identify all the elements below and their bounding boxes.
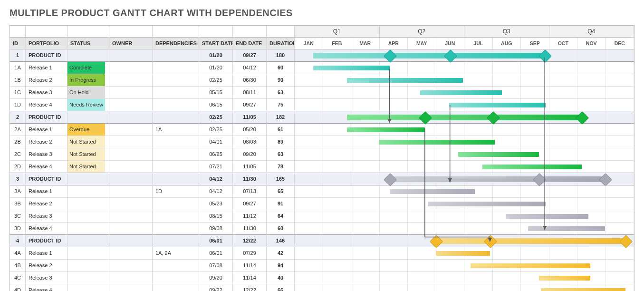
timeline-row (295, 198, 634, 210)
cell-status (67, 247, 109, 260)
cell-duration: 42 (267, 247, 294, 260)
col-portfolio: PORTFOLIO PRODUCT IDRelease 1Release 2Re… (26, 26, 67, 291)
cell-status (67, 235, 109, 247)
status-pill: Needs Review (67, 99, 105, 111)
cell-duration: 94 (267, 260, 294, 272)
cell-end: 06/30 (233, 74, 266, 87)
cell-end: 09/27 (233, 99, 266, 111)
cell-start: 06/15 (199, 99, 232, 111)
cell-duration: 75 (267, 99, 294, 111)
cell-status (67, 260, 109, 272)
gantt-bar (313, 53, 546, 58)
cell-dependencies (153, 99, 199, 111)
gantt-bar (347, 115, 582, 120)
cell-id: 4B (10, 260, 25, 272)
cell-end: 09/27 (233, 198, 266, 210)
month-header: JANFEBMARAPRMAYJUNJULAUGSEPOCTNOVDEC (295, 38, 634, 49)
cell-owner (109, 161, 152, 173)
cell-owner (109, 62, 152, 74)
cell-owner (109, 210, 152, 223)
cell-portfolio: Release 1 (26, 185, 67, 198)
timeline-row (295, 284, 634, 291)
cell-end: 08/11 (233, 87, 266, 99)
cell-owner (109, 136, 152, 148)
status-pill: In Progress (67, 74, 105, 86)
cell-duration: 60 (267, 223, 294, 235)
cell-start: 05/23 (199, 198, 232, 210)
cell-duration: 146 (267, 235, 294, 247)
timeline-row (295, 185, 634, 198)
hdr-end: END DATE (233, 38, 266, 49)
cell-duration: 60 (267, 62, 294, 74)
timeline-row (295, 124, 634, 136)
hdr-portfolio: PORTFOLIO (26, 38, 67, 49)
timeline-row (295, 49, 634, 62)
cell-end: 04/12 (233, 62, 266, 74)
milestone-diamond-icon (430, 234, 443, 248)
timeline-row (295, 210, 634, 223)
cell-end: 11/12 (233, 210, 266, 223)
cell-end: 05/20 (233, 124, 266, 136)
cell-portfolio: Release 3 (26, 272, 67, 284)
cell-owner (109, 235, 152, 247)
month-cell: MAR (351, 38, 380, 49)
cell-status: Needs Review (67, 99, 109, 111)
cell-id: 1D (10, 99, 25, 111)
gantt-table: ID 11A1B1C1D22A2B2C2D33A3B3C3D44A4B4C4D … (10, 25, 634, 291)
cell-start: 01/20 (199, 62, 232, 74)
cell-portfolio: Release 4 (26, 161, 67, 173)
status-pill: Not Started (67, 161, 105, 173)
cell-status (67, 223, 109, 235)
timeline-row (295, 62, 634, 74)
cell-portfolio: Release 2 (26, 74, 67, 87)
milestone-diamond-icon (533, 173, 546, 186)
cell-id: 3A (10, 185, 25, 198)
cell-id: 2D (10, 161, 25, 173)
hdr-duration: DURATION (267, 38, 294, 49)
cell-id: 3D (10, 223, 25, 235)
timeline-row (295, 173, 634, 185)
hdr-status: STATUS (67, 38, 109, 49)
cell-duration: 40 (267, 272, 294, 284)
quarter-cell: Q2 (380, 26, 465, 37)
cell-portfolio: Release 2 (26, 198, 67, 210)
gantt-bar (449, 103, 546, 107)
cell-end: 11/05 (233, 161, 266, 173)
month-cell: NOV (577, 38, 606, 49)
milestone-diamond-icon (576, 111, 589, 124)
cell-owner (109, 124, 152, 136)
milestone-diamond-icon (619, 234, 633, 248)
milestone-diamond-icon (599, 173, 612, 186)
cell-portfolio: PRODUCT ID (26, 111, 67, 124)
col-start: START DATE 01/2001/2002/2505/1506/1502/2… (199, 26, 233, 291)
cell-owner (109, 49, 152, 62)
cell-start: 06/01 (199, 235, 232, 247)
timeline-row (295, 136, 634, 148)
month-cell: JUN (436, 38, 465, 49)
cell-dependencies (153, 284, 199, 291)
cell-portfolio: Release 3 (26, 87, 67, 99)
cell-status (67, 198, 109, 210)
timeline-row (295, 223, 634, 235)
cell-id: 1C (10, 87, 25, 99)
cell-portfolio: Release 1 (26, 62, 67, 74)
cell-dependencies (153, 49, 199, 62)
cell-owner (109, 272, 152, 284)
status-pill: Not Started (67, 148, 105, 160)
cell-end: 11/05 (233, 111, 266, 124)
month-cell: FEB (323, 38, 352, 49)
cell-portfolio: Release 2 (26, 136, 67, 148)
milestone-diamond-icon (538, 49, 552, 62)
gantt-bar (528, 226, 605, 231)
cell-start: 06/01 (199, 247, 232, 260)
cell-status: Not Started (67, 148, 109, 161)
cell-id: 3C (10, 210, 25, 223)
cell-dependencies (153, 235, 199, 247)
col-dependencies: DEPENDENCIES 1A 1D 1A, 2A (153, 26, 199, 291)
gantt-bar (347, 127, 425, 132)
gantt-bar (471, 263, 590, 268)
month-cell: SEP (521, 38, 549, 49)
gantt-bar (436, 238, 625, 244)
cell-dependencies (153, 161, 199, 173)
cell-id: 2C (10, 148, 25, 161)
